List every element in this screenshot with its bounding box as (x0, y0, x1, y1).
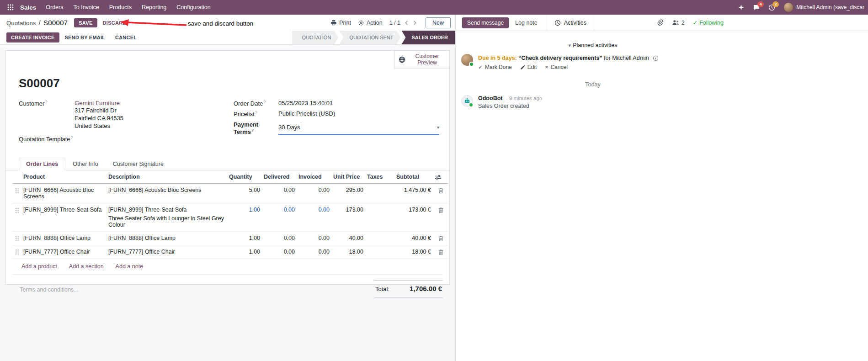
activities-button[interactable]: 2 (764, 0, 779, 15)
cell-description[interactable]: [FURN_8999] Three-Seat SofaThree Seater … (107, 203, 227, 232)
caret-down-icon[interactable]: ▾ (437, 125, 439, 130)
cell-description[interactable]: [FURN_7777] Office Chair (107, 245, 227, 259)
cell-quantity[interactable]: 5.00 (227, 184, 262, 203)
cell-product[interactable]: [FURN_6666] Acoustic Bloc Screens (21, 184, 107, 203)
payment-terms-input[interactable]: 30 Days ▾ (278, 121, 439, 135)
tab-order-lines[interactable]: Order Lines (19, 158, 65, 170)
cell-unit-price[interactable]: 173.00 (331, 203, 365, 232)
record-title[interactable]: S00007 (6, 51, 449, 90)
delete-line-button[interactable] (433, 245, 448, 259)
menu-to-invoice[interactable]: To Invoice (68, 0, 104, 15)
status-pipeline: QUOTATION QUOTATION SENT SALES ORDER (291, 31, 455, 44)
cell-invoiced[interactable]: 0.00 (297, 203, 331, 232)
add-a-note-link[interactable]: Add a note (116, 263, 143, 270)
delete-line-button[interactable] (433, 203, 448, 232)
optional-columns-button[interactable] (433, 170, 448, 184)
save-button[interactable]: SAVE (74, 18, 97, 27)
app-name[interactable]: Sales (16, 4, 41, 11)
column-taxes[interactable]: Taxes (365, 170, 394, 184)
cell-taxes[interactable] (365, 232, 394, 245)
pricelist-value[interactable]: Public Pricelist (USD) (278, 110, 335, 117)
cell-product[interactable]: [FURN_8888] Office Lamp (21, 232, 107, 245)
cell-quantity[interactable]: 1.00 (227, 232, 262, 245)
order-date-value[interactable]: 05/25/2023 15:40:01 (278, 100, 333, 107)
menu-configuration[interactable]: Configuration (171, 0, 215, 15)
cell-unit-price[interactable]: 295.00 (331, 184, 365, 203)
cell-taxes[interactable] (365, 184, 394, 203)
customer-name-link[interactable]: Gemini Furniture (75, 100, 120, 106)
user-menu[interactable]: Mitchell Admin (save_discar (779, 0, 865, 15)
paperclip-icon[interactable] (657, 19, 664, 26)
drag-handle[interactable] (12, 245, 21, 259)
column-invoiced[interactable]: Invoiced (297, 170, 331, 184)
messages-button[interactable]: 4 (749, 0, 764, 15)
info-icon[interactable] (653, 55, 659, 61)
cell-taxes[interactable] (365, 245, 394, 259)
sparkle-button[interactable] (734, 0, 749, 15)
menu-reporting[interactable]: Reporting (137, 0, 171, 15)
planned-activities-label: Planned activities (573, 42, 617, 48)
customer-preview-button[interactable]: Customer Preview (394, 51, 449, 69)
cancel-activity-button[interactable]: × Cancel (545, 64, 567, 70)
pager-previous-button[interactable] (405, 20, 409, 26)
cell-unit-price[interactable]: 40.00 (331, 232, 365, 245)
tab-other-info[interactable]: Other Info (65, 158, 106, 170)
cell-product[interactable]: [FURN_8999] Three-Seat Sofa (21, 203, 107, 232)
column-quantity[interactable]: Quantity (227, 170, 262, 184)
edit-activity-button[interactable]: Edit (520, 64, 537, 70)
delete-line-button[interactable] (433, 232, 448, 245)
planned-activities-header[interactable]: ▾Planned activities (456, 31, 730, 53)
create-invoice-button[interactable]: CREATE INVOICE (6, 32, 59, 42)
cell-delivered[interactable]: 0.00 (262, 245, 297, 259)
mark-done-button[interactable]: ✓ Mark Done (478, 64, 512, 70)
cancel-button[interactable]: CANCEL (111, 32, 141, 42)
cell-invoiced[interactable]: 0.00 (297, 245, 331, 259)
action-button[interactable]: Action (358, 20, 383, 26)
cell-unit-price[interactable]: 18.00 (331, 245, 365, 259)
add-a-product-link[interactable]: Add a product (21, 263, 57, 270)
apps-menu-button[interactable] (5, 0, 16, 15)
cell-invoiced[interactable]: 0.00 (297, 184, 331, 203)
breadcrumb-quotations[interactable]: Quotations (6, 20, 36, 27)
cell-description[interactable]: [FURN_6666] Acoustic Bloc Screens (107, 184, 227, 203)
menu-orders[interactable]: Orders (41, 0, 68, 15)
message-author[interactable]: OdooBot (478, 95, 502, 101)
send-by-email-button[interactable]: SEND BY EMAIL (60, 32, 110, 42)
tab-customer-signature[interactable]: Customer Signature (106, 158, 171, 170)
user-avatar (784, 3, 793, 12)
column-delivered[interactable]: Delivered (262, 170, 297, 184)
send-message-button[interactable]: Send message (462, 17, 509, 28)
column-subtotal[interactable]: Subtotal (394, 170, 433, 184)
cell-description[interactable]: [FURN_8888] Office Lamp (107, 232, 227, 245)
state-quotation-sent[interactable]: QUOTATION SENT (339, 31, 400, 44)
drag-handle[interactable] (12, 184, 21, 203)
cell-delivered[interactable]: 0.00 (262, 184, 297, 203)
cell-product[interactable]: [FURN_7777] Office Chair (21, 245, 107, 259)
state-sales-order[interactable]: SALES ORDER (402, 31, 455, 44)
column-product[interactable]: Product (21, 170, 107, 184)
cell-quantity[interactable]: 1.00 (227, 245, 262, 259)
add-a-section-link[interactable]: Add a section (69, 263, 104, 270)
state-quotation[interactable]: QUOTATION (292, 31, 339, 44)
cell-delivered[interactable]: 0.00 (262, 203, 297, 232)
activities-tab[interactable]: Activities (547, 15, 594, 31)
column-unit-price[interactable]: Unit Price (331, 170, 365, 184)
drag-handle[interactable] (12, 232, 21, 245)
cell-delivered[interactable]: 0.00 (262, 232, 297, 245)
column-description[interactable]: Description (107, 170, 227, 184)
cell-quantity[interactable]: 1.00 (227, 203, 262, 232)
quotation-template-field[interactable]: Quotation Template? (19, 135, 234, 143)
delete-line-button[interactable] (433, 184, 448, 203)
following-button[interactable]: ✓ Following (693, 19, 724, 26)
print-button[interactable]: Print (330, 20, 351, 26)
new-button[interactable]: New (426, 17, 451, 28)
menu-products[interactable]: Products (104, 0, 137, 15)
cell-invoiced[interactable]: 0.00 (297, 232, 331, 245)
pager-next-button[interactable] (413, 20, 417, 26)
drag-handle[interactable] (12, 203, 21, 232)
log-note-button[interactable]: Log note (509, 15, 544, 31)
cell-taxes[interactable] (365, 203, 394, 232)
followers-button[interactable]: 2 (672, 20, 685, 26)
terms-placeholder[interactable]: Terms and conditions... (12, 280, 79, 293)
close-icon: × (545, 64, 548, 70)
